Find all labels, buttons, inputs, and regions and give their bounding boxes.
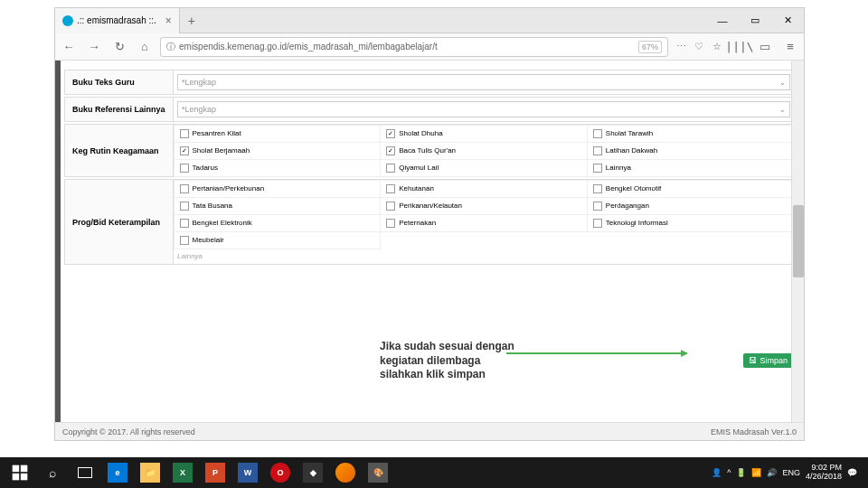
minimize-button[interactable]: —	[706, 8, 739, 33]
checkbox-icon	[593, 202, 602, 211]
checkbox-icon	[593, 164, 602, 173]
url-input[interactable]: ⓘ emispendis.kemenag.go.id/emis_madrasah…	[160, 37, 668, 57]
zoom-level[interactable]: 67%	[638, 41, 662, 53]
edge-icon[interactable]: e	[102, 460, 133, 485]
checkbox-icon	[593, 184, 602, 193]
checkbox-icon	[386, 146, 395, 155]
wifi-icon[interactable]: 📶	[751, 468, 761, 477]
start-button[interactable]	[5, 460, 35, 485]
battery-icon[interactable]: 🔋	[736, 468, 746, 477]
checkbox-option[interactable]: Qiyamul Lail	[380, 159, 588, 177]
clock[interactable]: 9:02 PM 4/26/2018	[806, 464, 842, 482]
checkbox-option[interactable]: Pertanian/Perkebunan	[174, 180, 382, 198]
star-icon[interactable]: ☆	[710, 40, 724, 54]
checkbox-option[interactable]: Kehutanan	[380, 180, 588, 198]
more-icon[interactable]: ⋯	[674, 40, 688, 54]
reload-button[interactable]: ↻	[109, 37, 129, 57]
checkbox-label: Qiyamul Lail	[399, 164, 439, 172]
tray-chevron-icon[interactable]: ^	[727, 468, 731, 477]
checkbox-option[interactable]: Pesantren Kilat	[174, 125, 382, 143]
back-button[interactable]: ←	[59, 37, 79, 57]
forward-button[interactable]: →	[84, 37, 104, 57]
lainnya-input[interactable]: Lainnya	[174, 249, 794, 264]
checkbox-option[interactable]: Sholat Tarawih	[587, 125, 795, 143]
checkbox-label: Sholat Dhuha	[399, 129, 442, 137]
checkbox-option[interactable]: Perikanan/Kelautan	[380, 197, 588, 215]
annotation-arrow	[506, 352, 687, 354]
checkbox-option[interactable]: Lainnya	[587, 159, 795, 177]
checkbox-icon	[386, 219, 395, 228]
info-icon: ⓘ	[166, 41, 175, 53]
sidebar-icon[interactable]: ▭	[755, 37, 775, 57]
checkbox-icon	[180, 202, 189, 211]
powerpoint-icon[interactable]: P	[200, 460, 231, 485]
scrollbar-thumb[interactable]	[793, 205, 804, 277]
row-buku-teks-guru: Buku Teks Guru *Lengkap⌄	[64, 70, 795, 95]
checkbox-label: Perikanan/Kelautan	[399, 202, 462, 210]
checkbox-option[interactable]: Teknologi Informasi	[587, 214, 795, 232]
checkbox-option[interactable]: Bengkel Otomotif	[587, 180, 795, 198]
checkbox-option[interactable]: Perdagangan	[587, 197, 795, 215]
checkbox-option[interactable]: Tata Busana	[174, 197, 382, 215]
word-icon[interactable]: W	[232, 460, 263, 485]
checkbox-icon	[180, 219, 189, 228]
checkbox-label: Pertanian/Perkebunan	[193, 184, 265, 192]
shield-icon[interactable]: ♡	[692, 40, 706, 54]
tab-title: .:: emismadrasah ::.	[77, 15, 156, 25]
close-window-button[interactable]: ✕	[771, 8, 804, 33]
checkbox-label: Perdagangan	[606, 202, 649, 210]
annotation-text: Jika sudah sesuai dengan kegiatan dilemb…	[380, 340, 524, 382]
checkbox-option[interactable]: Latihan Dakwah	[587, 142, 795, 160]
svg-rect-3	[21, 474, 28, 481]
checkbox-option[interactable]: Bengkel Elektronik	[174, 214, 382, 232]
search-button[interactable]: ⌕	[37, 460, 68, 485]
page-sidebar	[55, 61, 61, 422]
favicon-icon	[62, 15, 73, 26]
menu-button[interactable]: ≡	[780, 37, 800, 57]
notifications-icon[interactable]: 💬	[847, 468, 857, 477]
checkbox-icon	[386, 164, 395, 173]
checkbox-option[interactable]: Tadarus	[174, 159, 382, 177]
checkbox-option[interactable]: Baca Tulis Qur'an	[380, 142, 588, 160]
checkbox-option[interactable]: Meubelair	[174, 231, 382, 249]
close-icon[interactable]: ×	[165, 14, 172, 27]
checkbox-label: Bengkel Elektronik	[193, 219, 252, 227]
people-icon[interactable]: 👤	[712, 468, 722, 477]
taskbar: ⌕ e 📁 X P W O ◆ 🎨 👤 ^ 🔋 📶 🔊 ENG 9:02 PM …	[0, 457, 868, 488]
checkbox-icon	[180, 146, 189, 155]
checkbox-label: Sholat Tarawih	[606, 129, 653, 137]
excel-icon[interactable]: X	[167, 460, 198, 485]
home-button[interactable]: ⌂	[135, 37, 155, 57]
checkbox-option[interactable]: Sholat Berjamaah	[174, 142, 382, 160]
checkbox-label: Lainnya	[606, 164, 631, 172]
app-icon[interactable]: ◆	[297, 460, 328, 485]
checkbox-label: Baca Tulis Qur'an	[399, 146, 456, 155]
maximize-button[interactable]: ▭	[739, 8, 771, 33]
checkbox-option[interactable]: Sholat Dhuha	[380, 125, 588, 143]
checkbox-label: Pesantren Kilat	[193, 129, 241, 137]
save-button[interactable]: 🖫 Simpan	[743, 353, 793, 368]
opera-icon[interactable]: O	[265, 460, 296, 485]
checkbox-icon	[386, 202, 395, 211]
firefox-icon[interactable]	[330, 460, 361, 485]
chevron-down-icon: ⌄	[779, 79, 786, 87]
paint-icon[interactable]: 🎨	[363, 460, 393, 485]
select-buku-teks-guru[interactable]: *Lengkap⌄	[177, 74, 790, 90]
browser-tab[interactable]: .:: emismadrasah ::. ×	[55, 8, 180, 33]
explorer-icon[interactable]: 📁	[135, 460, 165, 485]
volume-icon[interactable]: 🔊	[767, 468, 777, 477]
library-icon[interactable]: |||\	[730, 37, 750, 57]
checkbox-icon	[593, 146, 602, 155]
scrollbar[interactable]	[791, 61, 804, 422]
checkbox-option[interactable]: Peternakan	[380, 214, 588, 232]
label-buku-teks-guru: Buku Teks Guru	[65, 70, 174, 94]
select-buku-referensi[interactable]: *Lengkap⌄	[177, 101, 790, 117]
checkbox-label: Teknologi Informasi	[606, 219, 668, 227]
title-bar: .:: emismadrasah ::. × + — ▭ ✕	[55, 8, 804, 33]
checkbox-icon	[593, 219, 602, 228]
language-indicator[interactable]: ENG	[782, 468, 800, 477]
checkbox-label: Latihan Dakwah	[606, 146, 657, 155]
checkbox-label: Sholat Berjamaah	[193, 146, 250, 155]
taskview-button[interactable]	[70, 460, 100, 485]
new-tab-button[interactable]: +	[180, 8, 203, 33]
